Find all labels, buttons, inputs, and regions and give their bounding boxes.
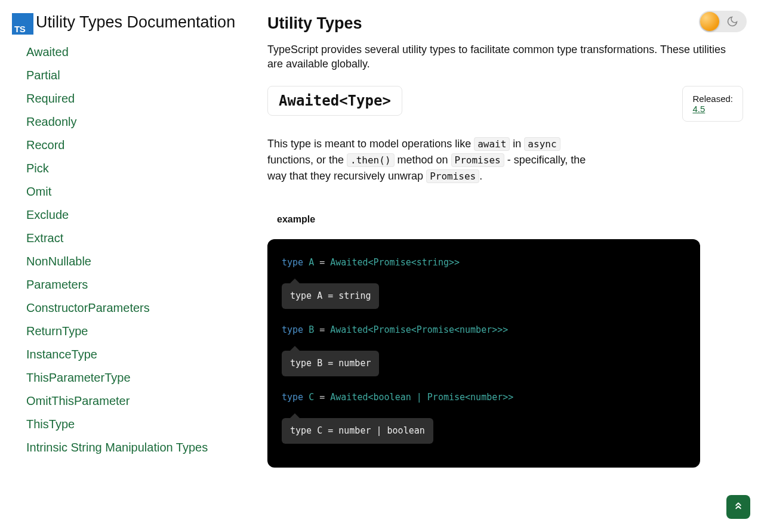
tooltip-a: type A = string <box>282 283 379 309</box>
nav-item-pick[interactable]: Pick <box>26 162 49 175</box>
tooltip-c: type C = number | boolean <box>282 418 433 444</box>
section-body: This type is meant to model operations l… <box>267 136 602 184</box>
nav-item-extract[interactable]: Extract <box>26 231 63 245</box>
inline-code-then: .then() <box>347 153 394 167</box>
scroll-to-top-button[interactable] <box>726 495 750 519</box>
nav-item-nonnullable[interactable]: NonNullable <box>26 255 91 268</box>
page-title: Utility Types <box>267 14 743 33</box>
inline-code-promises-1: Promises <box>451 153 504 167</box>
nav-item-partial[interactable]: Partial <box>26 69 60 82</box>
release-box: Released: 4.5 <box>682 86 743 122</box>
nav-item-omit[interactable]: Omit <box>26 185 51 198</box>
nav-item-intrinsic-string[interactable]: Intrinsic String Manipulation Types <box>26 441 208 454</box>
code-block: type A = Awaited<Promise<string>> type A… <box>267 239 700 468</box>
moon-icon <box>719 16 745 27</box>
example-label: example <box>277 214 743 225</box>
intro-text: TypeScript provides several utility type… <box>267 42 743 72</box>
released-version-link[interactable]: 4.5 <box>692 104 705 114</box>
nav-item-instancetype[interactable]: InstanceType <box>26 348 97 361</box>
logo-text: TS <box>14 24 25 33</box>
sun-icon <box>700 12 719 31</box>
code-line-b: type B = Awaited<Promise<Promise<number>… <box>282 323 686 337</box>
nav-item-readonly[interactable]: Readonly <box>26 115 77 128</box>
code-line-c: type C = Awaited<boolean | Promise<numbe… <box>282 391 686 404</box>
nav-item-exclude[interactable]: Exclude <box>26 208 69 221</box>
tooltip-b: type B = number <box>282 351 379 376</box>
typescript-logo: TS <box>12 13 33 35</box>
sidebar-title: Utility Types Documentation <box>36 11 235 34</box>
main-content: Utility Types TypeScript provides severa… <box>257 0 761 532</box>
nav-item-required[interactable]: Required <box>26 92 75 105</box>
chevron-double-up-icon <box>733 500 744 514</box>
inline-code-promises-2: Promises <box>426 169 479 183</box>
nav-item-returntype[interactable]: ReturnType <box>26 324 88 338</box>
released-label: Released: <box>692 94 733 104</box>
nav-item-awaited[interactable]: Awaited <box>26 45 69 58</box>
nav-item-parameters[interactable]: Parameters <box>26 278 88 291</box>
code-line-a: type A = Awaited<Promise<string>> <box>282 256 686 270</box>
nav-item-constructorparameters[interactable]: ConstructorParameters <box>26 301 150 314</box>
theme-toggle[interactable] <box>699 11 747 32</box>
nav-item-thisparametertype[interactable]: ThisParameterType <box>26 371 131 384</box>
type-heading-awaited: Awaited<Type> <box>267 86 402 116</box>
nav-item-record[interactable]: Record <box>26 138 64 151</box>
inline-code-await: await <box>474 137 510 151</box>
sidebar-nav: Awaited Partial Required Readonly Record… <box>12 41 245 459</box>
sidebar: TS Utility Types Documentation Awaited P… <box>0 0 257 532</box>
nav-item-thistype[interactable]: ThisType <box>26 417 75 431</box>
inline-code-async: async <box>524 137 560 151</box>
nav-item-omitthisparameter[interactable]: OmitThisParameter <box>26 394 130 407</box>
